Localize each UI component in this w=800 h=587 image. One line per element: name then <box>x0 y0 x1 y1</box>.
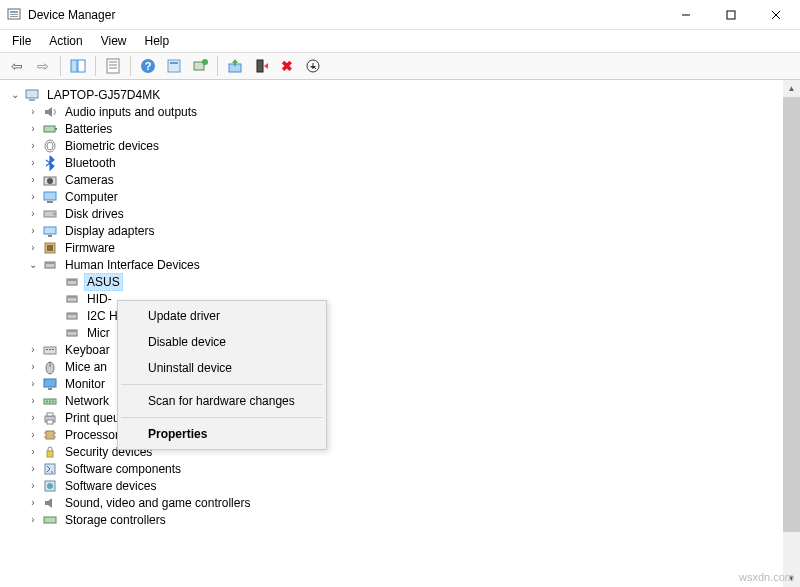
category-label: Disk drives <box>62 206 127 222</box>
tree-category[interactable]: ›Software devices <box>8 478 800 494</box>
help-button[interactable]: ? <box>136 54 160 78</box>
svg-rect-1 <box>10 11 18 13</box>
category-label: Storage controllers <box>62 512 169 528</box>
chevron-right-icon[interactable]: › <box>26 122 40 136</box>
window-title: Device Manager <box>28 8 663 22</box>
battery-icon <box>42 121 58 137</box>
action-button[interactable] <box>162 54 186 78</box>
mouse-icon <box>42 359 58 375</box>
sound-icon <box>42 495 58 511</box>
category-label: Software devices <box>62 478 159 494</box>
svg-rect-32 <box>47 201 53 203</box>
chevron-right-icon[interactable]: › <box>26 445 40 459</box>
tree-category[interactable]: ›Display adapters <box>8 223 800 239</box>
svg-point-58 <box>46 401 48 403</box>
tree-category[interactable]: ⌄Human Interface Devices <box>8 257 800 273</box>
chevron-right-icon[interactable]: › <box>26 224 40 238</box>
menu-scan-hardware[interactable]: Scan for hardware changes <box>120 388 324 414</box>
uninstall-device-button[interactable]: ✖ <box>275 54 299 78</box>
svg-rect-10 <box>107 59 119 73</box>
minimize-button[interactable] <box>663 0 708 29</box>
tree-category[interactable]: ›Biometric devices <box>8 138 800 154</box>
tree-category[interactable]: ›Sound, video and game controllers <box>8 495 800 511</box>
chevron-right-icon[interactable]: › <box>26 190 40 204</box>
chevron-right-icon[interactable]: › <box>26 207 40 221</box>
tree-root-label: LAPTOP-GJ57D4MK <box>44 87 163 103</box>
computer-icon <box>42 189 58 205</box>
svg-rect-31 <box>44 192 56 200</box>
chevron-right-icon[interactable]: › <box>26 173 40 187</box>
scroll-up-button[interactable]: ▲ <box>783 80 800 97</box>
svg-rect-73 <box>44 517 56 523</box>
scrollbar-thumb[interactable] <box>783 97 800 532</box>
menu-uninstall-device[interactable]: Uninstall device <box>120 355 324 381</box>
category-label: Human Interface Devices <box>62 257 203 273</box>
scrollbar-track[interactable] <box>783 97 800 570</box>
watermark: wsxdn.com <box>739 571 794 583</box>
chevron-right-icon[interactable]: › <box>26 428 40 442</box>
chevron-right-icon[interactable]: › <box>26 105 40 119</box>
chevron-right-icon[interactable]: › <box>26 479 40 493</box>
chevron-right-icon[interactable]: › <box>26 156 40 170</box>
menu-view[interactable]: View <box>93 32 135 50</box>
chevron-right-icon[interactable]: › <box>26 496 40 510</box>
chevron-right-icon[interactable]: › <box>26 377 40 391</box>
more-actions-button[interactable] <box>301 54 325 78</box>
tree-category[interactable]: ›Storage controllers <box>8 512 800 528</box>
svg-rect-51 <box>49 349 51 350</box>
update-driver-button[interactable] <box>223 54 247 78</box>
arrow-right-icon: ⇨ <box>35 58 51 74</box>
category-label: Display adapters <box>62 223 157 239</box>
svg-rect-69 <box>47 451 53 457</box>
svg-rect-25 <box>44 126 55 132</box>
chevron-down-icon[interactable]: ⌄ <box>26 258 40 272</box>
category-label: Batteries <box>62 121 115 137</box>
chevron-right-icon[interactable]: › <box>26 462 40 476</box>
menu-file[interactable]: File <box>4 32 39 50</box>
disable-device-button[interactable] <box>249 54 273 78</box>
menu-help[interactable]: Help <box>137 32 178 50</box>
tree-category[interactable]: ›Cameras <box>8 172 800 188</box>
maximize-button[interactable] <box>708 0 753 29</box>
forward-button[interactable]: ⇨ <box>31 54 55 78</box>
vertical-scrollbar[interactable]: ▲ ▼ <box>783 80 800 587</box>
back-button[interactable]: ⇦ <box>5 54 29 78</box>
tree-category[interactable]: ›Disk drives <box>8 206 800 222</box>
svg-rect-35 <box>44 227 56 234</box>
tree-category[interactable]: ›Software components <box>8 461 800 477</box>
menu-update-driver[interactable]: Update driver <box>120 303 324 329</box>
tree-category[interactable]: ›Firmware <box>8 240 800 256</box>
menu-action[interactable]: Action <box>41 32 90 50</box>
properties-button[interactable] <box>101 54 125 78</box>
chevron-right-icon[interactable]: › <box>26 241 40 255</box>
tree-category[interactable]: ›Audio inputs and outputs <box>8 104 800 120</box>
menu-properties[interactable]: Properties <box>120 421 324 447</box>
chevron-down-icon[interactable]: ⌄ <box>8 88 22 102</box>
device-label: Micr <box>84 325 113 341</box>
tree-device-selected[interactable]: ›ASUS <box>8 274 800 290</box>
close-button[interactable] <box>753 0 798 29</box>
svg-rect-2 <box>10 14 18 15</box>
software-device-icon <box>42 478 58 494</box>
chevron-right-icon[interactable]: › <box>26 360 40 374</box>
tree-category[interactable]: ›Bluetooth <box>8 155 800 171</box>
svg-rect-46 <box>67 313 77 315</box>
arrow-left-icon: ⇦ <box>9 58 25 74</box>
chevron-right-icon[interactable]: › <box>26 394 40 408</box>
svg-rect-44 <box>67 296 77 298</box>
chevron-right-icon[interactable]: › <box>26 139 40 153</box>
category-label: Sound, video and game controllers <box>62 495 253 511</box>
network-icon <box>42 393 58 409</box>
svg-point-60 <box>52 401 54 403</box>
tree-root[interactable]: ⌄ LAPTOP-GJ57D4MK <box>8 87 800 103</box>
tree-category[interactable]: ›Batteries <box>8 121 800 137</box>
tree-category[interactable]: ›Computer <box>8 189 800 205</box>
chevron-right-icon[interactable]: › <box>26 343 40 357</box>
category-label: Biometric devices <box>62 138 162 154</box>
menu-disable-device[interactable]: Disable device <box>120 329 324 355</box>
svg-point-72 <box>47 483 53 489</box>
chevron-right-icon[interactable]: › <box>26 411 40 425</box>
chevron-right-icon[interactable]: › <box>26 513 40 527</box>
scan-hardware-button[interactable] <box>188 54 212 78</box>
show-hide-tree-button[interactable] <box>66 54 90 78</box>
